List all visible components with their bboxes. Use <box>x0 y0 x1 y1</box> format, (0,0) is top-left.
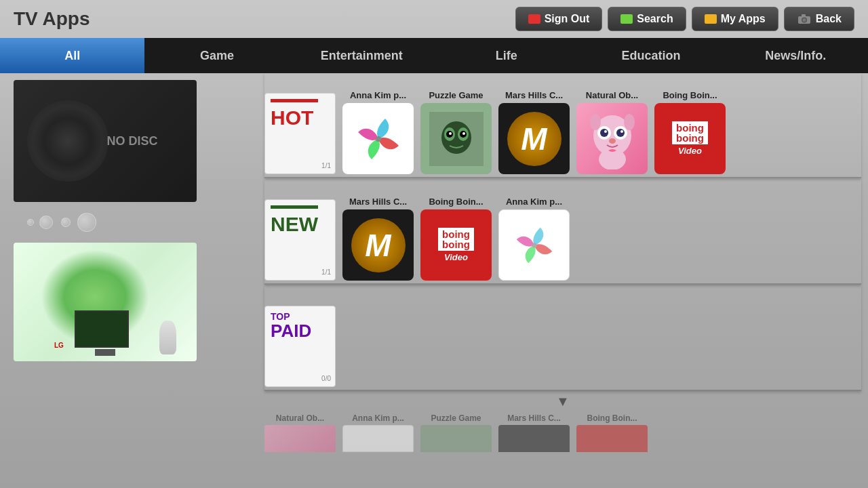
svg-point-2 <box>802 18 806 22</box>
svg-point-11 <box>449 132 452 135</box>
yellow-button-icon <box>705 14 717 24</box>
partial-app-puzzle: Puzzle Game <box>420 413 492 452</box>
svg-rect-3 <box>802 14 806 17</box>
category-all[interactable]: All <box>0 38 144 73</box>
mars-app-icon-2: M <box>342 209 414 281</box>
top-paid-featured-card[interactable]: TOP PAID 0/0 <box>264 306 336 387</box>
app-boing-boing-2[interactable]: Boing Boin... boing boing Video <box>420 197 492 281</box>
new-featured-card[interactable]: NEW 1/1 <box>264 199 336 281</box>
app-anna-kim-1[interactable]: Anna Kim p... <box>342 90 414 174</box>
partial-icon-furby <box>264 425 336 452</box>
app-label: Puzzle Game <box>429 90 483 100</box>
app-puzzle-game-1[interactable]: Puzzle Game <box>420 90 492 174</box>
paid-label: PAID <box>271 321 311 341</box>
svg-point-12 <box>462 132 465 135</box>
app-anna-kim-2[interactable]: Anna Kim p... <box>498 197 570 281</box>
app-label: Anna Kim p... <box>350 90 406 100</box>
app-label: Anna Kim p... <box>506 197 562 207</box>
top-bar: TV Apps Sign Out Search My Apps Back <box>0 0 868 38</box>
category-education[interactable]: Education <box>578 38 723 73</box>
my-apps-button[interactable]: My Apps <box>692 7 778 31</box>
partial-app-label: Boing Boin... <box>587 413 637 423</box>
hot-featured-card[interactable]: HOT 1/1 <box>264 93 336 174</box>
partial-icon-puzzle <box>420 425 492 452</box>
vase-decoration <box>159 321 176 354</box>
disc-player: NO DISC <box>14 80 197 202</box>
svg-point-21 <box>620 130 623 133</box>
mars-m-circle-2: M <box>351 218 406 272</box>
back-button[interactable]: Back <box>784 7 854 31</box>
pinwheel-app-icon <box>342 103 414 174</box>
hot-bar <box>271 99 318 102</box>
shelf-top-paid: TOP PAID 0/0 <box>264 286 861 391</box>
app-mars-hills-1[interactable]: Mars Hills C... M <box>498 90 570 174</box>
partial-app-label: Mars Hills C... <box>507 413 561 423</box>
new-bar <box>271 205 318 209</box>
lg-logo: LG <box>54 342 64 349</box>
partial-app-label: Anna Kim p... <box>352 413 404 423</box>
category-life[interactable]: Life <box>434 38 578 73</box>
partial-icon-mars <box>498 425 570 452</box>
category-news[interactable]: News/Info. <box>724 38 868 73</box>
svg-point-19 <box>616 129 625 137</box>
svg-point-18 <box>600 129 608 137</box>
bubble-small <box>27 219 34 226</box>
app-mars-hills-2[interactable]: Mars Hills C... M <box>342 197 414 281</box>
svg-point-4 <box>376 136 381 142</box>
bubble-xlarge <box>77 213 96 232</box>
bubble-decoration <box>14 213 244 232</box>
red-button-icon <box>528 14 540 24</box>
partial-app-label: Puzzle Game <box>431 413 481 423</box>
hot-count: 1/1 <box>321 162 331 169</box>
tv-stand <box>95 349 115 356</box>
scroll-down-arrow[interactable]: ▼ <box>264 392 861 411</box>
svg-point-24 <box>532 243 536 247</box>
category-entertainment[interactable]: Entertainment <box>290 38 434 73</box>
green-button-icon <box>620 14 633 24</box>
app-label: Mars Hills C... <box>505 90 563 100</box>
partial-app-anna: Anna Kim p... <box>342 413 414 452</box>
anna-small-app-icon <box>498 209 570 281</box>
hot-label: HOT <box>271 106 313 129</box>
bubble-large <box>61 218 71 227</box>
app-natural-ob-1[interactable]: Natural Ob... <box>576 90 648 174</box>
paid-top-text: TOP <box>271 312 290 321</box>
svg-point-20 <box>604 130 607 133</box>
app-label: Boing Boin... <box>663 90 717 100</box>
main-content: NO DISC LG HOT <box>0 73 868 465</box>
mars-app-icon: M <box>498 103 570 174</box>
new-label: NEW <box>271 213 318 236</box>
partial-app-label: Natural Ob... <box>276 413 324 423</box>
boing-app-icon-2: boing boing Video <box>420 209 492 281</box>
category-game[interactable]: Game <box>144 38 289 73</box>
category-nav: All Game Entertainment Life Education Ne… <box>0 38 868 73</box>
shelf-new: NEW 1/1 Mars Hills C... M Boing Boin... … <box>264 180 861 285</box>
shelf-hot: HOT 1/1 Anna Kim p... <box>264 73 861 178</box>
puzzle-app-icon <box>420 103 492 174</box>
new-count: 1/1 <box>321 268 331 276</box>
boing-app-icon: boing boing Video <box>654 103 726 174</box>
app-label: Mars Hills C... <box>349 197 407 207</box>
bubble-medium <box>39 216 53 229</box>
partial-app-mars: Mars Hills C... <box>498 413 570 452</box>
tv-promo-image: LG <box>14 243 197 361</box>
no-disc-label: NO DISC <box>106 134 157 148</box>
tv-screen-inner <box>75 310 129 348</box>
search-button[interactable]: Search <box>608 7 686 31</box>
top-buttons: Sign Out Search My Apps Back <box>515 7 854 31</box>
furby-app-icon <box>576 103 648 174</box>
partial-bottom-row: Natural Ob... Anna Kim p... Puzzle Game … <box>264 411 861 452</box>
app-label: Boing Boin... <box>429 197 483 207</box>
svg-point-14 <box>590 114 601 130</box>
page-title: TV Apps <box>14 8 90 30</box>
partial-app-natural: Natural Ob... <box>264 413 336 452</box>
svg-point-15 <box>624 114 635 130</box>
partial-app-boing: Boing Boin... <box>576 413 648 452</box>
app-boing-boing-1[interactable]: Boing Boin... boing boing Video <box>654 90 726 174</box>
left-panel: NO DISC LG <box>0 73 258 465</box>
mars-m-circle: M <box>507 112 561 166</box>
sign-out-button[interactable]: Sign Out <box>515 7 603 31</box>
apps-area: HOT 1/1 Anna Kim p... <box>258 73 868 465</box>
paid-count: 0/0 <box>321 375 331 382</box>
camera-icon <box>797 14 812 24</box>
